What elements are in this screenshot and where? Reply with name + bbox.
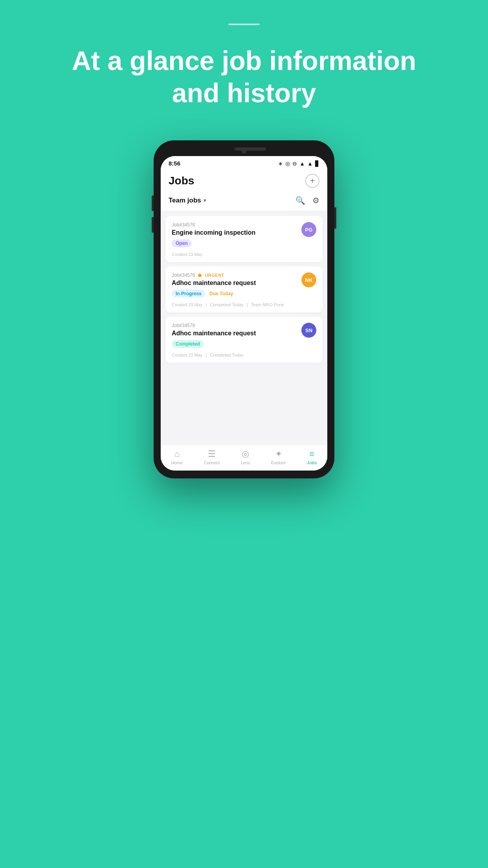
job-card-2-title: Adhoc maintenance request bbox=[172, 280, 301, 287]
nav-item-explore[interactable]: ✦ Explore bbox=[271, 449, 286, 465]
bottom-nav: ⌂ Home ☰ Connect ◎ Lens ✦ Explore ≡ Jobs bbox=[161, 445, 327, 471]
power-btn bbox=[334, 207, 336, 229]
job-card-1-title: Engine incoming inspection bbox=[172, 229, 301, 236]
battery-ring-icon: ⊖ bbox=[292, 160, 297, 167]
add-icon: + bbox=[310, 177, 315, 186]
dropdown-arrow-icon: ▾ bbox=[204, 198, 206, 203]
job-card-2-badges: In Progress Due Today bbox=[172, 290, 301, 298]
job-card-3-status-badge: Completed bbox=[172, 340, 204, 348]
job-card-2-avatar: NK bbox=[301, 272, 316, 287]
phone-mockup: 8:56 ∗ ◎ ⊖ ▲ ▲ ▊ Jobs + Team jobs ▾ bbox=[154, 140, 334, 478]
nav-label-home: Home bbox=[171, 460, 183, 465]
nav-label-lens: Lens bbox=[241, 460, 250, 465]
urgent-badge: URGENT bbox=[205, 273, 224, 278]
job-card-3[interactable]: Job#34576 Adhoc maintenance request Comp… bbox=[165, 316, 323, 363]
job-card-2-header: Job#34576 URGENT Adhoc maintenance reque… bbox=[172, 272, 316, 302]
top-bar bbox=[228, 24, 260, 25]
lens-icon: ◎ bbox=[242, 449, 249, 459]
job-card-2-meta: Job#34576 URGENT Adhoc maintenance reque… bbox=[172, 272, 301, 302]
job-card-3-avatar: SN bbox=[301, 323, 316, 338]
phone-camera bbox=[242, 149, 246, 154]
phone-screen: 8:56 ∗ ◎ ⊖ ▲ ▲ ▊ Jobs + Team jobs ▾ bbox=[161, 156, 327, 471]
filter-icons-group: 🔍 ⚙ bbox=[295, 196, 319, 205]
phone-speaker bbox=[235, 147, 266, 151]
job-card-1-meta: Job#34576 Engine incoming inspection Ope… bbox=[172, 222, 301, 251]
job-card-3-id: Job#34576 bbox=[172, 323, 301, 328]
job-card-2-footer: Created 23 May | Completed Today | Team … bbox=[172, 302, 316, 307]
filter-bar: Team jobs ▾ 🔍 ⚙ bbox=[161, 193, 327, 211]
job-card-1-footer: Created 23 May bbox=[172, 252, 316, 257]
job-card-2-status-badge: In Progress bbox=[172, 290, 205, 298]
nav-item-connect[interactable]: ☰ Connect bbox=[204, 449, 220, 465]
app-title: Jobs bbox=[169, 175, 194, 187]
bluetooth-icon: ∗ bbox=[278, 160, 283, 167]
job-list: Job#34576 Engine incoming inspection Ope… bbox=[161, 211, 327, 445]
nav-label-jobs: Jobs bbox=[307, 460, 317, 465]
page-headline: At a glance job information and history bbox=[33, 45, 456, 109]
explore-icon: ✦ bbox=[275, 449, 282, 459]
volume-down-btn bbox=[152, 217, 154, 233]
job-card-3-footer: Created 23 May | Completed Today bbox=[172, 353, 316, 357]
job-card-1-id: Job#34576 bbox=[172, 222, 301, 228]
job-card-3-title: Adhoc maintenance request bbox=[172, 330, 301, 337]
status-icons: ∗ ◎ ⊖ ▲ ▲ ▊ bbox=[278, 160, 319, 167]
job-card-3-badges: Completed bbox=[172, 340, 301, 348]
nav-item-jobs[interactable]: ≡ Jobs bbox=[307, 449, 317, 465]
brightness-icon: ◎ bbox=[285, 160, 290, 167]
wifi-icon: ▲ bbox=[307, 160, 313, 167]
empty-space bbox=[165, 367, 323, 445]
nav-label-connect: Connect bbox=[204, 460, 220, 465]
app-header: Jobs + bbox=[161, 169, 327, 193]
job-card-1-avatar: PG bbox=[301, 222, 316, 237]
team-jobs-selector[interactable]: Team jobs ▾ bbox=[169, 197, 206, 204]
nav-item-lens[interactable]: ◎ Lens bbox=[241, 449, 250, 465]
job-card-1-header: Job#34576 Engine incoming inspection Ope… bbox=[172, 222, 316, 251]
signal-icon: ▲ bbox=[299, 160, 305, 167]
add-job-button[interactable]: + bbox=[305, 174, 319, 188]
job-card-1-badges: Open bbox=[172, 239, 301, 247]
job-card-2-id: Job#34576 URGENT bbox=[172, 272, 301, 278]
battery-icon: ▊ bbox=[315, 160, 319, 167]
status-time: 8:56 bbox=[169, 160, 180, 167]
jobs-icon: ≡ bbox=[309, 449, 314, 459]
due-label: Due Today bbox=[209, 291, 233, 296]
nav-label-explore: Explore bbox=[271, 460, 286, 465]
job-card-3-meta: Job#34576 Adhoc maintenance request Comp… bbox=[172, 323, 301, 352]
search-icon[interactable]: 🔍 bbox=[295, 196, 305, 205]
filter-sliders-icon[interactable]: ⚙ bbox=[312, 196, 319, 205]
status-bar: 8:56 ∗ ◎ ⊖ ▲ ▲ ▊ bbox=[161, 156, 327, 169]
job-card-3-header: Job#34576 Adhoc maintenance request Comp… bbox=[172, 323, 316, 352]
urgent-dot-icon bbox=[198, 274, 202, 277]
job-card-1[interactable]: Job#34576 Engine incoming inspection Ope… bbox=[165, 216, 323, 262]
volume-up-btn bbox=[152, 195, 154, 211]
home-icon: ⌂ bbox=[174, 449, 180, 459]
nav-item-home[interactable]: ⌂ Home bbox=[171, 449, 183, 465]
connect-icon: ☰ bbox=[208, 449, 216, 459]
team-jobs-label: Team jobs bbox=[169, 197, 201, 204]
job-card-2[interactable]: Job#34576 URGENT Adhoc maintenance reque… bbox=[165, 266, 323, 313]
job-card-1-status-badge: Open bbox=[172, 239, 192, 247]
